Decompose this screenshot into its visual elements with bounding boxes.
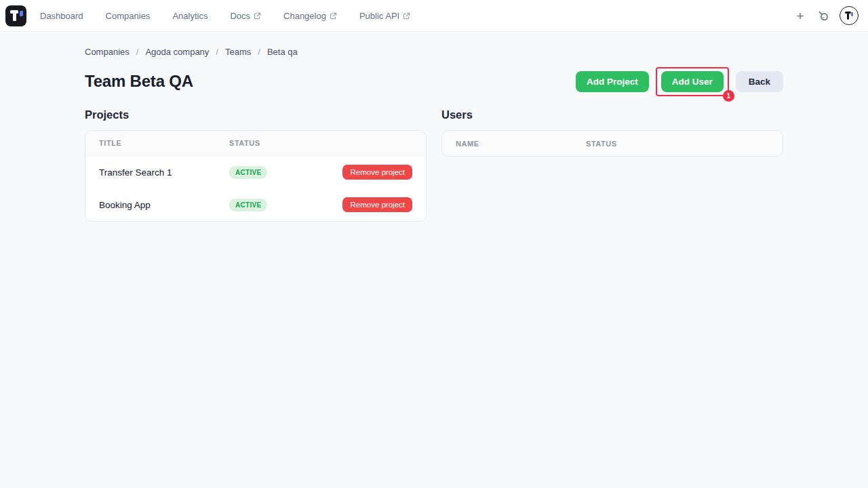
column-header-status: STATUS [229, 139, 412, 147]
main-nav: Dashboard Companies Analytics Docs Chang… [40, 11, 410, 21]
nav-item-label: Public API [359, 11, 399, 21]
projects-table: TITLE STATUS Transfer Search 1 ACTIVE Re… [85, 130, 427, 222]
nav-item-public-api[interactable]: Public API [359, 11, 410, 21]
nav-item-label: Changelog [283, 11, 326, 21]
user-avatar[interactable] [840, 6, 859, 25]
remove-project-button[interactable]: Remove project [342, 197, 412, 212]
page-header: Team Beta QA Add Project Add User 1 Back [85, 68, 783, 94]
main-content: Companies / Agoda company / Teams / Beta… [85, 32, 783, 222]
projects-heading: Projects [85, 108, 427, 121]
nav-item-companies[interactable]: Companies [106, 11, 151, 21]
users-section: Users NAME STATUS [441, 108, 783, 222]
breadcrumb-agoda-company[interactable]: Agoda company [145, 47, 209, 57]
remove-project-button[interactable]: Remove project [342, 165, 412, 180]
column-header-status: STATUS [586, 140, 769, 148]
users-heading: Users [441, 108, 783, 121]
brand-logo-icon [5, 5, 26, 26]
nav-item-label: Companies [106, 11, 151, 21]
table-row: Booking App ACTIVE Remove project [85, 188, 426, 221]
search-icon[interactable] [817, 9, 829, 22]
external-link-icon [330, 12, 337, 20]
projects-section: Projects TITLE STATUS Transfer Search 1 … [85, 108, 427, 222]
avatar-logo-icon [840, 7, 858, 24]
nav-item-label: Dashboard [40, 11, 83, 21]
top-nav-bar: Dashboard Companies Analytics Docs Chang… [0, 0, 868, 32]
page-title: Team Beta QA [85, 72, 193, 91]
breadcrumb-beta-qa: Beta qa [267, 47, 298, 57]
nav-item-changelog[interactable]: Changelog [283, 11, 337, 21]
nav-item-analytics[interactable]: Analytics [172, 11, 208, 21]
external-link-icon [254, 12, 261, 20]
project-title: Booking App [99, 200, 229, 210]
status-badge: ACTIVE [229, 166, 267, 179]
page-actions: Add Project Add User 1 Back [576, 67, 783, 96]
column-header-title: TITLE [99, 139, 229, 147]
users-table: NAME STATUS [441, 130, 783, 157]
nav-item-docs[interactable]: Docs [230, 11, 261, 21]
external-link-icon [403, 12, 410, 20]
breadcrumb-separator: / [136, 47, 139, 57]
users-table-header: NAME STATUS [442, 131, 783, 156]
status-badge: ACTIVE [229, 199, 267, 211]
breadcrumb: Companies / Agoda company / Teams / Beta… [85, 47, 783, 57]
breadcrumb-companies[interactable]: Companies [85, 47, 130, 57]
plus-icon[interactable]: + [793, 9, 807, 22]
breadcrumb-separator: / [216, 47, 218, 57]
content-columns: Projects TITLE STATUS Transfer Search 1 … [85, 108, 783, 222]
nav-item-label: Analytics [172, 11, 208, 21]
topbar-right: + [793, 6, 859, 25]
brand-logo[interactable] [5, 5, 26, 26]
nav-item-dashboard[interactable]: Dashboard [40, 11, 83, 21]
breadcrumb-separator: / [258, 47, 260, 57]
project-title: Transfer Search 1 [99, 167, 229, 178]
table-row: Transfer Search 1 ACTIVE Remove project [85, 156, 426, 188]
breadcrumb-teams[interactable]: Teams [225, 47, 251, 57]
annotation-highlight-box: Add User 1 [656, 67, 729, 96]
nav-item-label: Docs [230, 11, 250, 21]
back-button[interactable]: Back [736, 71, 783, 92]
add-user-button[interactable]: Add User [661, 71, 724, 92]
column-header-name: NAME [456, 140, 586, 148]
add-project-button[interactable]: Add Project [576, 71, 649, 92]
projects-table-header: TITLE STATUS [85, 131, 426, 156]
annotation-step-badge: 1 [723, 90, 734, 102]
